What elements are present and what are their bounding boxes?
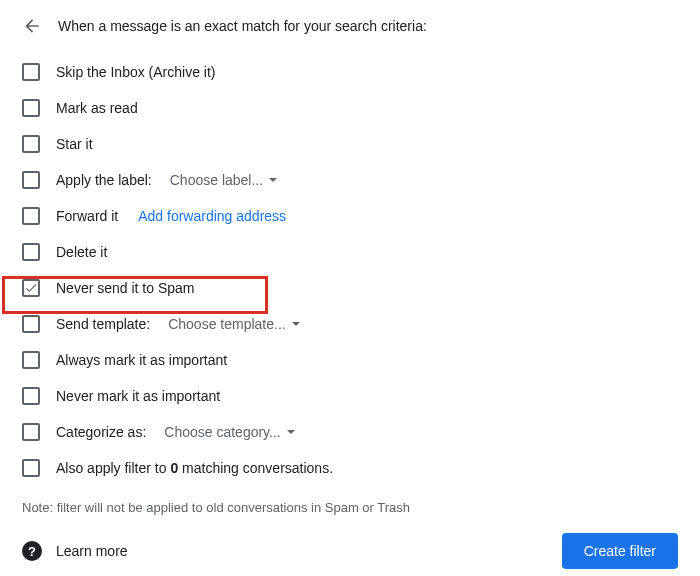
label-always-important: Always mark it as important	[56, 352, 227, 368]
chevron-down-icon	[287, 430, 295, 434]
option-send-template: Send template: Choose template...	[16, 306, 684, 342]
checkbox-forward[interactable]	[22, 207, 40, 225]
option-mark-read: Mark as read	[16, 90, 684, 126]
option-categorize: Categorize as: Choose category...	[16, 414, 684, 450]
checkbox-always-important[interactable]	[22, 351, 40, 369]
label-mark-read: Mark as read	[56, 100, 138, 116]
label-never-important: Never mark it as important	[56, 388, 220, 404]
footer-left: ? Learn more	[22, 541, 128, 561]
option-forward: Forward it Add forwarding address	[16, 198, 684, 234]
label-forward: Forward it	[56, 208, 118, 224]
label-never-spam: Never send it to Spam	[56, 280, 195, 296]
checkbox-send-template[interactable]	[22, 315, 40, 333]
label-delete: Delete it	[56, 244, 107, 260]
chevron-down-icon	[292, 322, 300, 326]
checkbox-never-spam[interactable]	[22, 279, 40, 297]
header: When a message is an exact match for you…	[16, 16, 684, 36]
dropdown-apply-label-text: Choose label...	[170, 172, 263, 188]
label-apply-label: Apply the label:	[56, 172, 152, 188]
options-list: Skip the Inbox (Archive it) Mark as read…	[16, 54, 684, 486]
option-star: Star it	[16, 126, 684, 162]
learn-more-link[interactable]: Learn more	[56, 543, 128, 559]
option-delete: Delete it	[16, 234, 684, 270]
add-forwarding-link[interactable]: Add forwarding address	[138, 208, 286, 224]
help-icon[interactable]: ?	[22, 541, 42, 561]
checkbox-never-important[interactable]	[22, 387, 40, 405]
option-apply-label: Apply the label: Choose label...	[16, 162, 684, 198]
also-apply-prefix: Also apply filter to	[56, 460, 170, 476]
option-skip-inbox: Skip the Inbox (Archive it)	[16, 54, 684, 90]
checkbox-delete[interactable]	[22, 243, 40, 261]
chevron-down-icon	[269, 178, 277, 182]
checkbox-mark-read[interactable]	[22, 99, 40, 117]
option-also-apply: Also apply filter to 0 matching conversa…	[16, 450, 684, 486]
dropdown-send-template-text: Choose template...	[168, 316, 286, 332]
checkbox-apply-label[interactable]	[22, 171, 40, 189]
option-never-important: Never mark it as important	[16, 378, 684, 414]
checkbox-categorize[interactable]	[22, 423, 40, 441]
option-never-spam: Never send it to Spam	[16, 270, 684, 306]
back-arrow-icon[interactable]	[22, 16, 42, 36]
dropdown-send-template[interactable]: Choose template...	[168, 316, 300, 332]
checkbox-also-apply[interactable]	[22, 459, 40, 477]
label-send-template: Send template:	[56, 316, 150, 332]
label-categorize: Categorize as:	[56, 424, 146, 440]
dropdown-categorize-text: Choose category...	[164, 424, 280, 440]
create-filter-button[interactable]: Create filter	[562, 533, 678, 569]
checkbox-skip-inbox[interactable]	[22, 63, 40, 81]
label-also-apply: Also apply filter to 0 matching conversa…	[56, 460, 333, 476]
label-skip-inbox: Skip the Inbox (Archive it)	[56, 64, 216, 80]
dropdown-categorize[interactable]: Choose category...	[164, 424, 294, 440]
footer: ? Learn more Create filter	[16, 533, 684, 569]
header-title: When a message is an exact match for you…	[58, 18, 427, 34]
option-always-important: Always mark it as important	[16, 342, 684, 378]
label-star: Star it	[56, 136, 93, 152]
checkbox-star[interactable]	[22, 135, 40, 153]
also-apply-suffix: matching conversations.	[178, 460, 333, 476]
dropdown-apply-label[interactable]: Choose label...	[170, 172, 277, 188]
note-text: Note: filter will not be applied to old …	[16, 500, 684, 515]
